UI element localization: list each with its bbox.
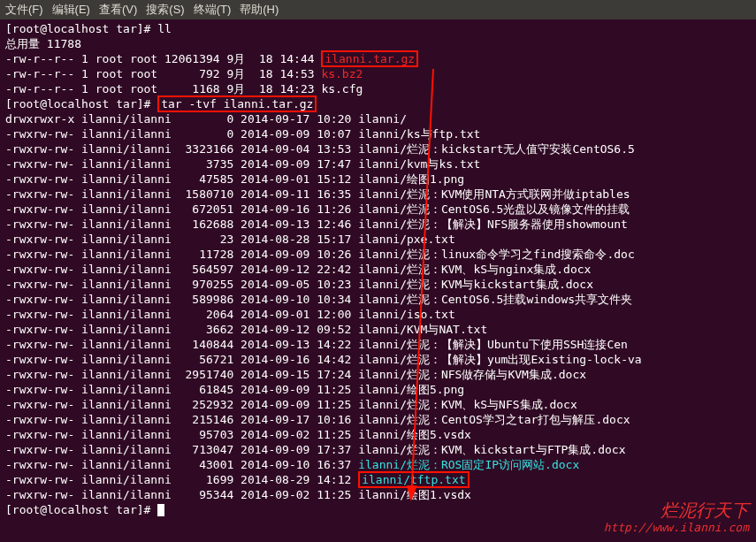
menubar: 文件(F) 编辑(E) 查看(V) 搜索(S) 终端(T) 帮助(H) [0, 0, 756, 19]
menu-terminal[interactable]: 终端(T) [194, 0, 232, 19]
menu-view[interactable]: 查看(V) [99, 0, 137, 19]
menu-file[interactable]: 文件(F) [5, 0, 43, 19]
terminal-output[interactable]: [root@localhost tar]# ll总用量 11788-rw-r--… [0, 19, 756, 519]
menu-edit[interactable]: 编辑(E) [52, 0, 90, 19]
menu-help[interactable]: 帮助(H) [240, 0, 279, 19]
watermark-url: http://www.ilanni.com [604, 519, 749, 537]
cursor [157, 504, 164, 516]
menu-search[interactable]: 搜索(S) [146, 0, 184, 19]
